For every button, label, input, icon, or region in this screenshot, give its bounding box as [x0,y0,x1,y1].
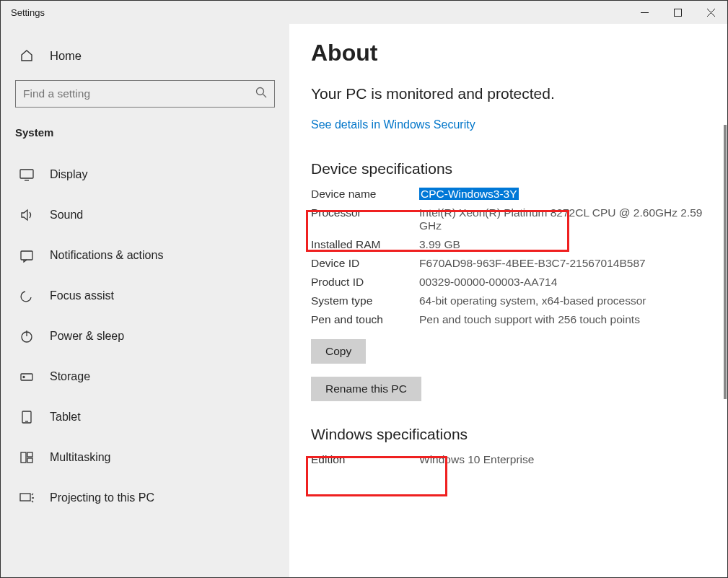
svg-point-12 [23,377,25,378]
search-input-wrap[interactable] [15,80,275,108]
svg-line-5 [263,95,267,98]
spec-value-edition: Windows 10 Enterprise [419,453,706,466]
spec-value-productid: 00329-00000-00003-AA714 [419,276,706,289]
maximize-button[interactable] [661,1,694,24]
sidebar-item-label: Multitasking [50,451,110,464]
spec-label-pen: Pen and touch [311,313,419,326]
home-nav[interactable]: Home [1,41,289,70]
power-icon [19,329,34,343]
sidebar-item-label: Display [50,168,87,181]
home-icon [19,48,34,63]
svg-rect-15 [21,452,26,463]
sidebar-item-sound[interactable]: Sound [1,202,289,228]
search-icon [255,87,267,101]
tablet-icon [19,410,34,424]
sidebar-item-label: Focus assist [50,289,114,302]
spec-label-device-name: Device name [311,188,419,201]
minimize-button[interactable] [628,1,661,24]
spec-label-edition: Edition [311,453,419,466]
focus-assist-icon [19,289,34,303]
svg-rect-6 [20,170,33,178]
sidebar-item-projecting[interactable]: Projecting to this PC [1,485,289,511]
protect-status: Your PC is monitored and protected. [311,85,706,102]
spec-value-systype: 64-bit operating system, x64-based proce… [419,294,706,307]
sidebar-item-power[interactable]: Power & sleep [1,323,289,349]
security-link[interactable]: See details in Windows Security [311,118,475,131]
sidebar-item-label: Notifications & actions [50,249,163,262]
main-content: About Your PC is monitored and protected… [289,24,727,577]
projecting-icon [19,491,34,505]
device-spec-table: Device name CPC-Windows3-3Y Processor In… [311,188,706,326]
scrollbar[interactable] [724,125,727,399]
spec-value-device-name: CPC-Windows3-3Y [419,188,706,201]
windows-spec-table: Edition Windows 10 Enterprise [311,453,706,466]
svg-rect-17 [27,458,32,463]
window-title: Settings [11,7,628,18]
sidebar-item-label: Storage [50,370,90,383]
sidebar-item-tablet[interactable]: Tablet [1,404,289,430]
home-label: Home [50,49,82,63]
spec-label-deviceid: Device ID [311,257,419,270]
sidebar-item-focus-assist[interactable]: Focus assist [1,283,289,309]
sidebar-category: System [1,116,289,144]
svg-rect-1 [674,9,681,16]
svg-rect-8 [21,251,32,260]
copy-button[interactable]: Copy [311,339,366,364]
svg-rect-18 [20,494,30,501]
spec-value-pen: Pen and touch support with 256 touch poi… [419,313,706,326]
search-input[interactable] [23,87,255,100]
sound-icon [19,208,34,222]
sidebar-item-label: Projecting to this PC [50,491,154,504]
device-name-highlight[interactable]: CPC-Windows3-3Y [419,188,519,200]
spec-label-productid: Product ID [311,276,419,289]
spec-value-deviceid: F670AD98-963F-4BEE-B3C7-21567014B587 [419,257,706,270]
rename-button[interactable]: Rename this PC [311,377,421,401]
notifications-icon [19,248,34,263]
sidebar: Home System Display Sound [1,24,289,577]
sidebar-item-storage[interactable]: Storage [1,364,289,390]
windows-spec-heading: Windows specifications [311,426,706,443]
svg-rect-16 [27,452,32,457]
spec-label-systype: System type [311,294,419,307]
page-title: About [311,40,706,66]
sidebar-item-label: Sound [50,209,83,222]
close-button[interactable] [694,1,727,24]
titlebar: Settings [1,1,727,24]
sidebar-item-notifications[interactable]: Notifications & actions [1,242,289,268]
display-icon [19,167,34,182]
svg-point-4 [257,88,264,95]
spec-label-processor: Processor [311,206,419,232]
device-spec-heading: Device specifications [311,160,706,178]
storage-icon [19,369,34,384]
spec-value-processor: Intel(R) Xeon(R) Platinum 8272CL CPU @ 2… [419,206,706,232]
sidebar-item-label: Tablet [50,411,81,424]
sidebar-item-label: Power & sleep [50,330,124,343]
spec-value-ram: 3.99 GB [419,238,706,251]
sidebar-item-display[interactable]: Display [1,162,289,188]
multitasking-icon [19,450,34,465]
sidebar-item-multitasking[interactable]: Multitasking [1,445,289,470]
spec-label-ram: Installed RAM [311,238,419,251]
